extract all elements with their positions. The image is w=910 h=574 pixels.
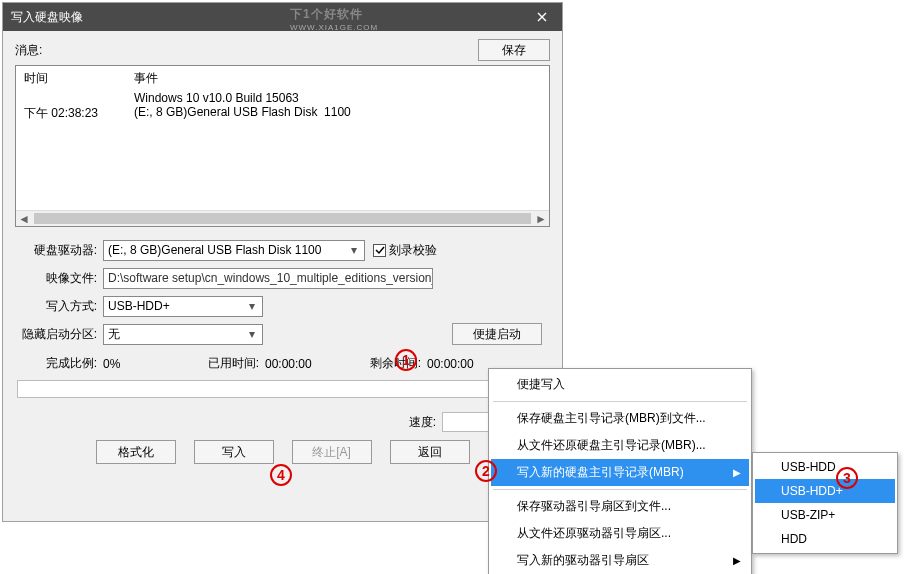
log-row[interactable]: Windows 10 v10.0 Build 15063: [16, 91, 549, 105]
progress-bar: [17, 380, 548, 398]
scroll-left-icon[interactable]: ◄: [16, 211, 32, 226]
format-button[interactable]: 格式化: [96, 440, 176, 464]
log-time: 下午 02:38:23: [24, 105, 134, 122]
verify-label: 刻录校验: [389, 242, 437, 259]
log-event: Windows 10 v10.0 Build 15063: [134, 91, 541, 105]
message-label: 消息:: [15, 42, 478, 59]
menu-item[interactable]: 保存硬盘主引导记录(MBR)到文件...: [491, 405, 749, 432]
menu-separator: [493, 401, 747, 402]
submenu-arrow-icon: ▶: [733, 555, 741, 566]
mode-value: USB-HDD+: [108, 299, 170, 313]
context-menu-sub[interactable]: USB-HDDUSB-HDD+USB-ZIP+HDD: [752, 452, 898, 554]
quick-start-button[interactable]: 便捷启动: [452, 323, 542, 345]
elapsed-value: 00:00:00: [265, 357, 355, 371]
menu-item[interactable]: 保存驱动器引导扇区到文件...: [491, 493, 749, 520]
done-value: 0%: [103, 357, 193, 371]
log-col-time: 时间: [24, 70, 134, 87]
menu-item[interactable]: USB-ZIP+: [755, 503, 895, 527]
speed-label: 速度:: [409, 414, 442, 431]
titlebar[interactable]: 写入硬盘映像: [3, 3, 562, 31]
menu-item[interactable]: USB-HDD+: [755, 479, 895, 503]
menu-item[interactable]: 从文件还原驱动器引导扇区...: [491, 520, 749, 547]
done-label: 完成比例:: [17, 355, 103, 372]
chevron-down-icon: ▾: [244, 328, 259, 341]
disk-value: (E:, 8 GB)General USB Flash Disk 1100: [108, 243, 321, 257]
log-time: [24, 91, 134, 105]
elapsed-label: 已用时间:: [193, 355, 265, 372]
menu-separator: [493, 489, 747, 490]
image-path-input[interactable]: D:\software setup\cn_windows_10_multiple…: [103, 268, 433, 289]
context-menu-main[interactable]: 便捷写入保存硬盘主引导记录(MBR)到文件...从文件还原硬盘主引导记录(MBR…: [488, 368, 752, 574]
write-button[interactable]: 写入: [194, 440, 274, 464]
hide-partition-select[interactable]: 无 ▾: [103, 324, 263, 345]
chevron-down-icon: ▾: [244, 300, 259, 313]
window-title: 写入硬盘映像: [11, 9, 522, 26]
scroll-right-icon[interactable]: ►: [533, 211, 549, 226]
menu-item[interactable]: 从文件还原硬盘主引导记录(MBR)...: [491, 432, 749, 459]
log-list[interactable]: 时间 事件 Windows 10 v10.0 Build 15063下午 02:…: [15, 65, 550, 227]
verify-checkbox[interactable]: 刻录校验: [373, 242, 437, 259]
log-col-event: 事件: [134, 70, 541, 87]
scroll-thumb[interactable]: [34, 213, 531, 224]
disk-label: 硬盘驱动器:: [17, 242, 103, 259]
hide-label: 隐藏启动分区:: [17, 326, 103, 343]
save-button[interactable]: 保存: [478, 39, 550, 61]
disk-select[interactable]: (E:, 8 GB)General USB Flash Disk 1100 ▾: [103, 240, 365, 261]
menu-item[interactable]: 便捷写入: [491, 371, 749, 398]
menu-item[interactable]: 写入新的硬盘主引导记录(MBR)▶: [491, 459, 749, 486]
close-button[interactable]: [522, 3, 562, 31]
dialog-window: 写入硬盘映像 消息: 保存 时间 事件 Windows 10 v10.0 Bui…: [2, 2, 563, 522]
close-icon: [537, 12, 547, 22]
hide-value: 无: [108, 326, 120, 343]
image-value: D:\software setup\cn_windows_10_multiple…: [108, 271, 433, 285]
back-button[interactable]: 返回: [390, 440, 470, 464]
log-event: (E:, 8 GB)General USB Flash Disk 1100: [134, 105, 541, 122]
chevron-down-icon: ▾: [346, 244, 361, 257]
log-row[interactable]: 下午 02:38:23(E:, 8 GB)General USB Flash D…: [16, 105, 549, 122]
submenu-arrow-icon: ▶: [733, 467, 741, 478]
remain-label: 剩余时间:: [355, 355, 427, 372]
menu-item[interactable]: 写入新的驱动器引导扇区▶: [491, 547, 749, 574]
write-mode-select[interactable]: USB-HDD+ ▾: [103, 296, 263, 317]
menu-item[interactable]: USB-HDD: [755, 455, 895, 479]
abort-button: 终止[A]: [292, 440, 372, 464]
check-icon: [375, 245, 385, 255]
scrollbar-horizontal[interactable]: ◄ ►: [16, 210, 549, 226]
mode-label: 写入方式:: [17, 298, 103, 315]
menu-item[interactable]: HDD: [755, 527, 895, 551]
image-label: 映像文件:: [17, 270, 103, 287]
